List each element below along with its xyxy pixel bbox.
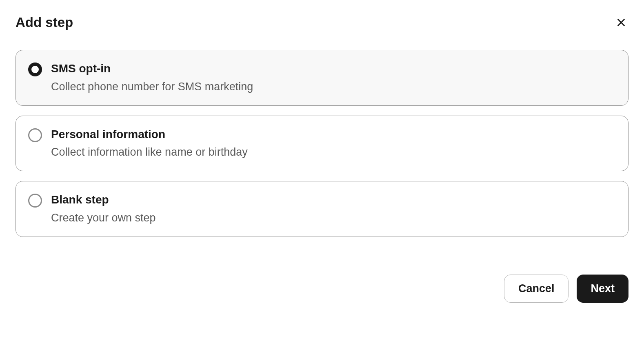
option-blank-step[interactable]: Blank step Create your own step <box>16 181 628 237</box>
close-icon <box>615 17 627 28</box>
option-text: Blank step Create your own step <box>51 193 156 225</box>
radio-icon <box>28 194 42 208</box>
option-title: Blank step <box>51 193 156 207</box>
option-title: Personal information <box>51 127 248 141</box>
option-description: Create your own step <box>51 211 156 225</box>
option-text: Personal information Collect information… <box>51 127 248 160</box>
close-button[interactable] <box>614 15 628 30</box>
radio-icon <box>28 128 42 142</box>
radio-icon <box>28 63 42 76</box>
option-text: SMS opt-in Collect phone number for SMS … <box>51 62 253 94</box>
modal-title: Add step <box>16 15 73 30</box>
modal-header: Add step <box>16 15 628 30</box>
option-description: Collect information like name or birthda… <box>51 145 248 159</box>
cancel-button[interactable]: Cancel <box>504 275 569 303</box>
option-personal-information[interactable]: Personal information Collect information… <box>16 116 628 172</box>
option-description: Collect phone number for SMS marketing <box>51 80 253 94</box>
next-button[interactable]: Next <box>577 275 628 303</box>
modal-footer: Cancel Next <box>16 275 628 303</box>
step-options-list: SMS opt-in Collect phone number for SMS … <box>16 50 628 237</box>
option-sms-optin[interactable]: SMS opt-in Collect phone number for SMS … <box>16 50 628 106</box>
option-title: SMS opt-in <box>51 62 253 76</box>
